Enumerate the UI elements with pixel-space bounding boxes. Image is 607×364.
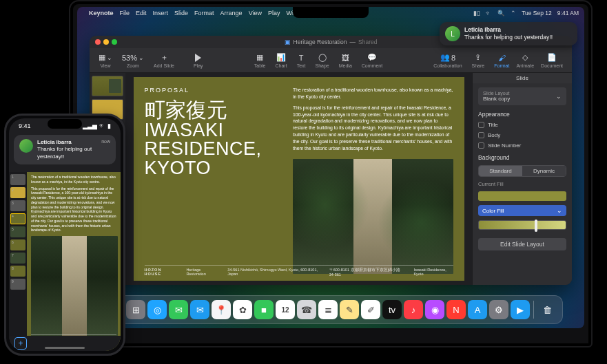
- checkbox-title[interactable]: Title: [478, 122, 566, 128]
- dock-app-safari[interactable]: ◎: [147, 300, 167, 319]
- background-mode-segmented[interactable]: Standard Dynamic: [478, 165, 566, 177]
- slide-eyebrow: PROPOSAL: [145, 87, 284, 94]
- toolbar-table[interactable]: ▦Table: [251, 52, 269, 68]
- menu-play[interactable]: Play: [268, 10, 280, 17]
- color-gradient-slider[interactable]: [478, 220, 566, 230]
- chevron-down-icon: ⌄: [556, 93, 562, 100]
- dock-app-facetime[interactable]: ■: [254, 300, 274, 319]
- home-indicator[interactable]: [45, 347, 85, 350]
- toolbar-zoom[interactable]: 53% ⌄ Zoom: [119, 52, 147, 68]
- iphone-notification-banner[interactable]: Leticia Ibarra Thanks for helping out ye…: [14, 135, 116, 164]
- dock-app-maps[interactable]: 📍: [212, 300, 231, 319]
- dock-app-freeform[interactable]: ✐: [361, 300, 380, 319]
- slide-para-1: The restoration of a traditional wooden …: [293, 87, 453, 100]
- toolbar-chart[interactable]: 📊Chart: [272, 52, 291, 68]
- menu-edit[interactable]: Edit: [136, 10, 147, 17]
- battery-icon[interactable]: ▮▯: [473, 10, 480, 17]
- toolbar-collaborate[interactable]: 👥 8Collaboration: [430, 52, 465, 68]
- checkbox-slide-number[interactable]: Slide Number: [478, 142, 566, 149]
- toolbar-share[interactable]: ⇪Share: [469, 52, 488, 68]
- iphone-slide-thumb[interactable]: 7: [10, 253, 25, 264]
- iphone-slide-thumb[interactable]: 1: [10, 174, 25, 185]
- dock-trash[interactable]: 🗑: [537, 300, 557, 319]
- menubar-date[interactable]: Tue Sep 12: [522, 10, 552, 17]
- dock-app-settings[interactable]: ⚙: [489, 300, 508, 319]
- menu-file[interactable]: File: [120, 10, 130, 17]
- background-heading: Background: [478, 154, 566, 161]
- iphone-slide-thumb[interactable]: 4: [10, 213, 25, 224]
- iphone-slide-thumb[interactable]: 8: [10, 266, 25, 277]
- dock-app-launchpad[interactable]: ⊞: [126, 300, 145, 319]
- dock-app-photos[interactable]: ✿: [233, 300, 252, 319]
- toolbar-play[interactable]: Play: [190, 52, 207, 68]
- menu-format[interactable]: Format: [194, 10, 214, 17]
- iphone-slide-thumb[interactable]: 5: [10, 226, 25, 237]
- slide-title-en-3: KYOTO: [145, 159, 284, 178]
- toolbar-view[interactable]: ▦ ⌄ View: [95, 52, 116, 68]
- toolbar-document[interactable]: 📄Document: [537, 52, 566, 68]
- menu-view[interactable]: View: [249, 10, 262, 17]
- wifi-icon[interactable]: ᯤ: [486, 10, 492, 17]
- current-fill-swatch[interactable]: [478, 191, 566, 201]
- dock-app-keynote[interactable]: ▶: [511, 300, 530, 319]
- dock-app-tv[interactable]: tv: [382, 300, 402, 319]
- slide-layout-picker[interactable]: Slide Layout Blank copy ⌄: [478, 87, 566, 105]
- slide-image[interactable]: [293, 159, 453, 274]
- menu-slide[interactable]: Slide: [174, 10, 188, 17]
- menu-arrange[interactable]: Arrange: [220, 10, 243, 17]
- slide-para-2: This proposal is for the reinforcement a…: [293, 105, 453, 152]
- toolbar-add-slide[interactable]: ＋ Add Slide: [150, 52, 178, 68]
- dock-app-news[interactable]: N: [446, 300, 466, 319]
- iphone-slide-thumb[interactable]: 2: [10, 187, 25, 198]
- play-icon: [195, 54, 201, 62]
- dock-app-calendar[interactable]: 12: [276, 300, 295, 319]
- app-name-menu[interactable]: Keynote: [89, 10, 114, 17]
- slide-title-jp: 町家復元: [145, 99, 284, 121]
- dock-app-notes[interactable]: ✎: [340, 300, 359, 319]
- toolbar-format[interactable]: 🖌Format: [491, 52, 513, 68]
- edit-slide-layout-button[interactable]: Edit Slide Layout: [478, 238, 566, 250]
- dock-app-messages[interactable]: ✉: [169, 300, 188, 319]
- iphone-slide-navigator[interactable]: 123456789: [9, 172, 27, 351]
- search-icon[interactable]: 🔍: [497, 10, 505, 17]
- minimize-button[interactable]: [103, 39, 109, 45]
- dock-app-mail[interactable]: ✉: [190, 300, 209, 319]
- traffic-lights: [95, 39, 117, 45]
- slide-thumb[interactable]: [92, 76, 123, 96]
- iphone-slide-thumb[interactable]: 6: [10, 239, 25, 250]
- document-title[interactable]: Heritage Restoration: [294, 39, 347, 45]
- iphone-slide-thumb[interactable]: 9: [10, 279, 25, 290]
- toolbar-comment[interactable]: 💬Comment: [358, 52, 386, 68]
- menu-insert[interactable]: Insert: [153, 10, 169, 17]
- dock-app-contacts[interactable]: ☎: [297, 300, 316, 319]
- menubar-time[interactable]: 9:41 AM: [557, 10, 579, 17]
- segment-standard[interactable]: Standard: [479, 166, 522, 176]
- notification-banner[interactable]: L Leticia Ibarra Thanks for helping out …: [440, 22, 577, 45]
- iphone-slide-image[interactable]: [31, 236, 118, 339]
- fill-type-select[interactable]: Color Fill⌄: [478, 205, 566, 216]
- wifi-icon: ᯤ: [99, 122, 105, 129]
- add-slide-button[interactable]: +: [14, 337, 27, 350]
- footer-right: Iwasaki Residence, Kyoto: [413, 268, 453, 277]
- control-center-icon[interactable]: ⌃: [511, 10, 516, 17]
- toolbar-media[interactable]: 🖼Media: [336, 52, 356, 68]
- close-button[interactable]: [95, 39, 101, 45]
- slider-handle[interactable]: [535, 220, 537, 232]
- dock-app-appstore[interactable]: A: [468, 300, 487, 319]
- slide-content[interactable]: PROPOSAL 町家復元 IWASAKI RESIDENCE, KYOTO T…: [134, 77, 464, 281]
- shared-status: Shared: [358, 39, 377, 45]
- checkbox-body[interactable]: Body: [478, 132, 566, 138]
- iphone-slide-thumb[interactable]: 3: [10, 200, 25, 211]
- toolbar-animate[interactable]: ◇Animate: [513, 52, 537, 68]
- dock-app-podcasts[interactable]: ◉: [425, 300, 444, 319]
- slide-footer: HOZON HOUSE Heritage Restoration 34-561 …: [145, 265, 453, 277]
- dock-app-reminders[interactable]: ≣: [318, 300, 338, 319]
- slide-canvas[interactable]: PROPOSAL 町家復元 IWASAKI RESIDENCE, KYOTO T…: [125, 73, 472, 285]
- toolbar-shape[interactable]: ◯Shape: [311, 52, 332, 68]
- toolbar-text[interactable]: TText: [294, 52, 309, 68]
- fullscreen-button[interactable]: [112, 39, 117, 45]
- iphone-slide-canvas[interactable]: The restoration of a traditional wooden …: [27, 172, 121, 351]
- iphone-para-2: This proposal is for the reinforcement a…: [31, 186, 118, 233]
- segment-dynamic[interactable]: Dynamic: [522, 166, 566, 176]
- dock-app-music[interactable]: ♪: [404, 300, 423, 319]
